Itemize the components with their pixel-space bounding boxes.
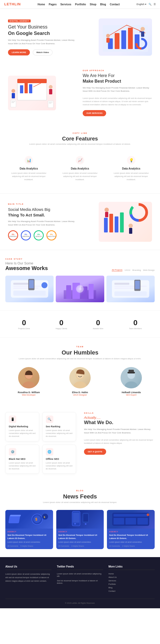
feature-icon-2: 📈 [76, 156, 84, 164]
stat-label-4: Team Members [129, 328, 142, 329]
stat-item-4: 0 Team Members [129, 319, 142, 329]
actually-text: Actually..... [84, 416, 155, 420]
get-quote-button[interactable]: GET A QUOTE [84, 449, 106, 455]
avatar-1 [18, 367, 39, 388]
news-meta-1: 20 Comments 5 Helpful Shares [7, 545, 51, 547]
footer-links: More Links Home About Us Services Portfo… [109, 565, 155, 593]
news-card-2[interactable]: AGENCY Sed Do Eiusmod Tempor Incididunt … [56, 510, 104, 549]
footer-link-portfolio[interactable]: Portfolio [109, 583, 155, 585]
skill-desc-4: Lorem ipsum dolor sit amet consectetur a… [46, 461, 73, 470]
work-svg-3 [109, 278, 153, 300]
svg-rect-3 [121, 30, 126, 49]
footer-link-home[interactable]: Home [109, 573, 155, 575]
svg-rect-56 [114, 286, 147, 287]
skill-title-4: Offline SEO [46, 458, 73, 460]
language-selector[interactable]: English ▾ [137, 3, 146, 6]
stat-item-1: 0 Projects Done [18, 319, 30, 329]
svg-rect-44 [13, 291, 46, 296]
svg-rect-23 [11, 101, 15, 102]
progress-circles: 0%STRATEGY 0%CREATIVE 0%QUALITY 0%ANALYT… [8, 230, 80, 240]
news-comments-1: 20 Comments [7, 545, 18, 547]
footer-link-blog[interactable]: Blog [109, 586, 155, 589]
svg-point-35 [105, 208, 109, 212]
social-heading: Social Media Allows Big Thing To Act Sma… [8, 207, 80, 218]
search-icon[interactable]: 🔍 [149, 3, 151, 6]
filter-uxui[interactable]: UX/UI [125, 269, 130, 271]
svg-rect-32 [109, 214, 113, 232]
hero-description: We Help You Managing Asset Provide Finan… [8, 39, 80, 46]
team-grid: Rosalina D. William Web Developer Elina … [5, 367, 155, 396]
news-title-1: Sed Do Eiusmod Tempor Incididunt Ut Labo… [7, 534, 51, 540]
news-desc-3: Lorem ipsum dolor sit amet consectetur. [109, 541, 153, 544]
svg-rect-4 [128, 28, 133, 49]
footer-link-about[interactable]: About Us [109, 576, 155, 578]
team-role-3: SEO Expert [108, 394, 155, 396]
footer-about-text: Lorem ipsum dolor sit amet consectetur a… [5, 573, 51, 583]
news-card-1[interactable]: $ $ AGENCY Sed Do Eiusmod Tempor Incidid… [5, 510, 53, 549]
work-item-2[interactable] [56, 276, 104, 302]
nav-item-home[interactable]: Home [38, 2, 45, 6]
filter-all[interactable]: All Projects [112, 269, 122, 271]
svg-point-53 [76, 285, 84, 293]
svg-rect-10 [106, 38, 110, 43]
team-name-1: Rosalina D. William [5, 391, 52, 394]
works-header: CASE STUDY Here Is Our Some Awesome Work… [5, 258, 155, 271]
watch-video-button[interactable]: Watch Video [33, 49, 53, 55]
footer-bottom: © 2019 Lethlin. All Rights Reserved. [5, 599, 155, 604]
avatar-svg-3 [121, 367, 142, 388]
svg-rect-15 [20, 85, 23, 93]
nav-item-services[interactable]: Services [60, 2, 71, 6]
circle-quality: 0%QUALITY [34, 230, 44, 240]
learn-more-button[interactable]: LEARN MORE [8, 49, 30, 55]
stat-number-2: 0 [55, 319, 67, 327]
footer-link-services[interactable]: Services [109, 579, 155, 582]
skill-card-4: 🌐 Offline SEO Lorem ipsum dolor sit amet… [42, 445, 76, 474]
work-item-3[interactable] [106, 276, 155, 302]
filter-branding[interactable]: Branding [133, 269, 141, 271]
features-section: COPY LINE Core Features Lorem ipsum dolo… [0, 124, 160, 194]
news-title-2: Sed Do Eiusmod Tempor Incididunt Ut Labo… [58, 534, 102, 540]
svg-rect-31 [104, 218, 108, 232]
skill-desc-1: Lorem ipsum dolor sit amet consectetur a… [9, 429, 36, 438]
news-category-1: AGENCY [7, 531, 51, 533]
skill-icon-2: 🔍 [46, 416, 53, 423]
features-description: Lorem ipsum dolor sit amet consectetur a… [5, 143, 155, 145]
skills-section: 📱 Digital Marketing Lorem ipsum dolor si… [0, 404, 160, 482]
news-card-3[interactable]: AGENCY Sed Do Eiusmod Tempor Incididunt … [107, 510, 155, 549]
skill-title-2: Seo Ranking [46, 425, 73, 428]
work-item-1[interactable] [5, 276, 54, 302]
team-card-1: Rosalina D. William Web Developer [5, 367, 52, 396]
feature-desc-1: Lorem ipsum dolor sit amet consectetur a… [8, 172, 50, 181]
logo[interactable]: LETHLIN [4, 2, 21, 6]
skills-heading: What We Do. [84, 420, 155, 426]
nav-item-pages[interactable]: Pages [49, 2, 57, 6]
nav-item-portfolio[interactable]: Portfolio [75, 2, 86, 6]
footer-about-heading: About Us [5, 565, 51, 570]
skill-desc-3: Lorem ipsum dolor sit amet consectetur a… [9, 461, 36, 470]
news-card-img-1: $ $ [5, 510, 53, 529]
skill-icon-4: 🌐 [46, 448, 53, 456]
stat-label-1: Projects Done [18, 328, 30, 329]
stat-number-4: 0 [129, 319, 142, 327]
skill-icon-3: ⚙️ [9, 448, 16, 456]
nav-item-contact[interactable]: Contact [110, 2, 120, 6]
nav-item-blog[interactable]: Blog [100, 2, 106, 6]
news-shares-3: 2 Helpful Shares [122, 545, 135, 547]
news-svg-3 [107, 510, 155, 529]
stat-item-3: 0 Awards Won [93, 319, 103, 329]
our-services-button[interactable]: OUR SERVICES [83, 110, 106, 116]
news-shares-1: 5 Helpful Shares [20, 545, 33, 547]
svg-point-90 [147, 514, 149, 516]
footer-link-contact[interactable]: Contact [109, 590, 155, 592]
menu-icon[interactable]: ☰ [154, 3, 156, 6]
circle-creative: 0%CREATIVE [21, 230, 31, 240]
svg-rect-8 [139, 31, 142, 32]
feature-title-1: Data Analytics [8, 167, 50, 170]
approach-body: Lorem ipsum dolor sit amet consectetur a… [83, 97, 152, 106]
feature-title-3: Data Analytics [110, 167, 152, 170]
nav-item-shop[interactable]: Shop [90, 2, 96, 6]
filter-webdesign[interactable]: Web Design [143, 269, 155, 271]
svg-rect-48 [66, 285, 71, 299]
nav-actions: English ▾ 🔍 ☰ [137, 3, 156, 6]
news-card-img-3 [107, 510, 155, 529]
